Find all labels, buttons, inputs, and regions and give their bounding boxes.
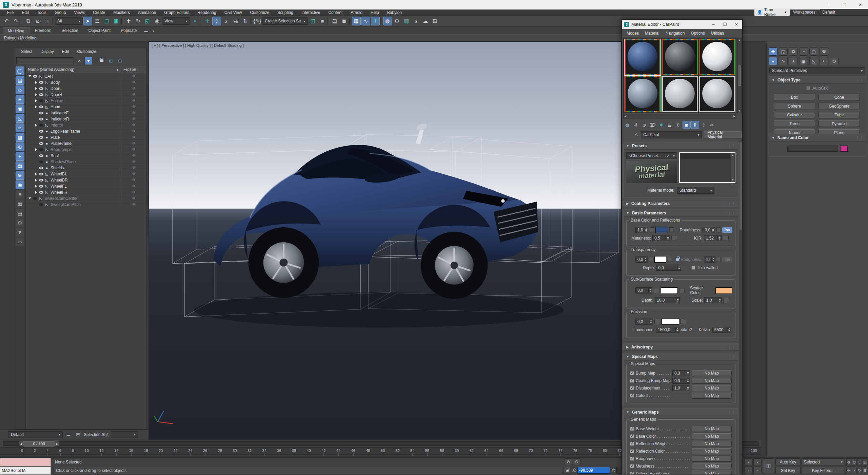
menu-item[interactable]: Rendering: [194, 10, 220, 16]
go-to-end-icon[interactable]: »: [753, 467, 762, 474]
table-row[interactable]: ● ShadowPlane ❆: [26, 159, 146, 165]
frozen-icon[interactable]: ❆: [132, 117, 135, 121]
object-type-header[interactable]: ▼Object Type⋮⋮: [769, 76, 866, 84]
map-enable-checkbox[interactable]: [630, 434, 634, 438]
object-name[interactable]: PlateFrame: [51, 141, 72, 146]
viewport-label[interactable]: [ + ] [ Perspective ] [ High Quality ] […: [152, 43, 244, 48]
scatter-color-swatch[interactable]: [715, 287, 732, 294]
table-row[interactable]: ● IndicatorR ❆: [26, 116, 146, 122]
parameters-scrollbar-thumb[interactable]: [739, 142, 742, 230]
object-name[interactable]: ShadowPlane: [51, 159, 76, 164]
mirror-icon[interactable]: ◫: [309, 17, 317, 25]
expand-caret-icon[interactable]: [34, 173, 38, 175]
spinner-snap-icon[interactable]: ⇅: [241, 17, 250, 25]
display-frozen-icon[interactable]: ❆: [16, 171, 24, 180]
sss-scale-spinner[interactable]: 1,0: [704, 297, 722, 303]
visibility-eye-icon[interactable]: [39, 87, 43, 90]
table-row[interactable]: ◺ DoorL ❆: [26, 86, 146, 92]
primitive-button[interactable]: Cylinder: [774, 112, 815, 118]
metalness-spinner[interactable]: 0,5: [652, 235, 670, 241]
no-map-button[interactable]: No Map: [692, 463, 732, 469]
table-row[interactable]: ◺ Engine ❆: [26, 98, 146, 104]
search-filter-icon[interactable]: ▼: [85, 57, 92, 64]
user-account-button[interactable]: 👤 Timo Buske ▼: [754, 8, 790, 16]
map-enable-checkbox[interactable]: [630, 427, 634, 431]
basic-parameters-header[interactable]: ▼Basic Parameters⋮⋮: [624, 209, 738, 217]
menu-item[interactable]: File: [3, 10, 17, 16]
select-object-icon[interactable]: ➤: [83, 17, 92, 25]
zoom-all-icon[interactable]: ⊡: [852, 458, 856, 466]
menu-item[interactable]: Options: [688, 30, 707, 36]
table-row[interactable]: ● PlateFrame ❆: [26, 140, 146, 147]
ior-map-button[interactable]: [723, 236, 729, 241]
expand-caret-icon[interactable]: [34, 106, 38, 108]
pan-icon[interactable]: ✛: [846, 467, 851, 474]
object-name[interactable]: IndicatorR: [51, 117, 69, 121]
render-presets-icon[interactable]: ⊞: [431, 17, 439, 25]
select-and-scale-icon[interactable]: ◱: [143, 17, 152, 25]
go-to-start-icon[interactable]: «: [745, 458, 753, 466]
tab-display[interactable]: ▢: [809, 48, 818, 56]
separator[interactable]: [52, 17, 54, 25]
edit-named-selection-sets-icon[interactable]: {✎}: [253, 17, 262, 25]
ribbon-tab[interactable]: Object Paint: [84, 27, 115, 34]
object-name[interactable]: Engine: [51, 98, 63, 103]
frozen-icon[interactable]: ❆: [132, 153, 135, 158]
curve-editor-icon[interactable]: ∿: [361, 17, 370, 25]
display-cameras-icon[interactable]: ▣: [16, 104, 24, 113]
frozen-icon[interactable]: ❆: [132, 80, 135, 84]
auto-key-button[interactable]: Auto Key: [775, 458, 801, 466]
create-selection-set-dropdown[interactable]: Create Selection Se: [262, 17, 308, 25]
object-name[interactable]: SweepCamPitch: [51, 202, 81, 207]
cat-shapes[interactable]: ∿: [779, 57, 788, 65]
view-as-grid-icon[interactable]: ▦: [16, 200, 24, 208]
rendered-frame-window-icon[interactable]: ▥: [402, 17, 411, 25]
close-button[interactable]: ✕: [852, 0, 868, 10]
table-row[interactable]: ◺ Interior ❆: [26, 122, 146, 128]
expand-caret-icon[interactable]: [34, 87, 38, 90]
frozen-icon[interactable]: ❆: [132, 184, 135, 188]
roughness-spinner[interactable]: 0,0: [703, 227, 715, 233]
frozen-icon[interactable]: ❆: [132, 141, 135, 146]
isolate-selection-icon[interactable]: ⊘: [565, 458, 572, 465]
display-geometry-icon[interactable]: ▧: [16, 76, 24, 85]
separator[interactable]: [380, 17, 382, 25]
name-column-header[interactable]: Name (Sorted Ascending): [28, 67, 74, 72]
material-id-channel-icon[interactable]: 0: [674, 121, 682, 129]
object-name[interactable]: LogoRearFrame: [51, 129, 80, 134]
cat-systems[interactable]: ⚙: [830, 57, 839, 65]
presets-header[interactable]: ▼Presets⋮⋮: [624, 142, 738, 150]
render-in-cloud-icon[interactable]: ☁: [421, 17, 430, 25]
ribbon-tab[interactable]: Modeling: [3, 27, 29, 34]
anisotropy-header[interactable]: ▶Anisotropy⋮⋮: [624, 343, 738, 351]
display-lights-icon[interactable]: ☀: [16, 95, 24, 104]
coating-parameters-header[interactable]: ▶Coating Parameters⋮⋮: [624, 200, 738, 207]
generic-maps-header[interactable]: ▼Generic Maps⋮⋮: [624, 408, 738, 416]
visibility-eye-icon[interactable]: [39, 142, 43, 145]
map-enable-checkbox[interactable]: [630, 472, 634, 474]
table-row[interactable]: ● Seal ❆: [26, 153, 146, 159]
visibility-eye-icon[interactable]: [39, 124, 43, 127]
filter-settings-icon[interactable]: ⚙: [16, 218, 24, 227]
separator[interactable]: [21, 17, 23, 25]
transparency-roughness-map-button[interactable]: [717, 257, 721, 262]
display-xrefs-icon[interactable]: ⊕: [16, 142, 24, 151]
frozen-icon[interactable]: ❆: [132, 123, 135, 127]
lock-icon[interactable]: [676, 258, 678, 261]
select-and-place-icon[interactable]: ◉: [153, 17, 161, 25]
table-row[interactable]: ◺ RearLamps ❆: [26, 147, 146, 153]
map-enable-checkbox[interactable]: [630, 464, 634, 468]
select-by-name-icon[interactable]: ☰: [93, 17, 102, 25]
no-map-button[interactable]: No Map: [692, 385, 732, 391]
scroll-left-icon[interactable]: ◀: [624, 115, 626, 118]
map-amount-spinner[interactable]: 0,3: [672, 370, 690, 376]
menu-item[interactable]: Help: [367, 10, 383, 16]
get-material-icon[interactable]: ◍: [623, 121, 631, 129]
object-name[interactable]: Seal: [51, 153, 59, 158]
visibility-eye-icon[interactable]: [39, 118, 43, 120]
menu-item[interactable]: Modes: [624, 30, 642, 36]
default-dropdown[interactable]: Default: [8, 431, 63, 438]
show-end-result-icon[interactable]: ⇈: [691, 121, 699, 129]
reference-coordinate-dropdown[interactable]: View: [162, 17, 190, 25]
selected-dropdown[interactable]: Selected: [802, 458, 845, 466]
